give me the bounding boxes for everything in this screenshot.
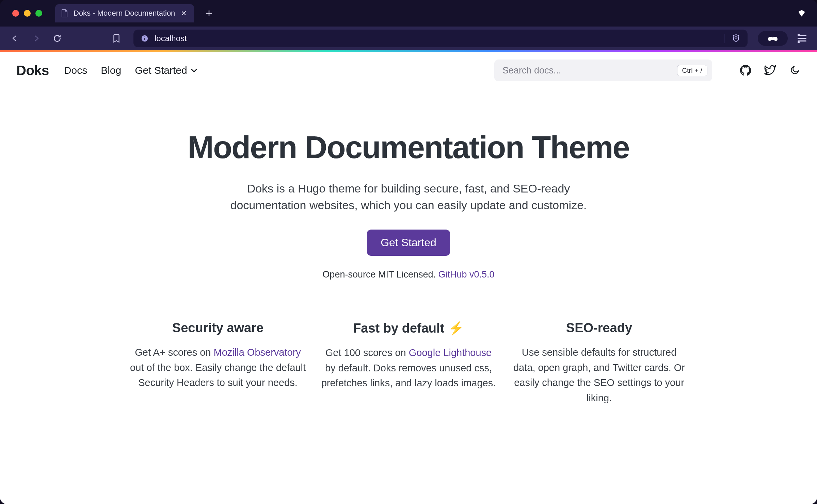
nav-get-started-label: Get Started [135, 65, 187, 76]
feature-body: Use sensible defaults for structured dat… [510, 345, 688, 406]
window-close-button[interactable] [12, 10, 19, 17]
tab-title: Doks - Modern Documentation [74, 9, 175, 18]
page-file-icon [61, 9, 69, 17]
addr-divider [724, 34, 724, 43]
feature-security: Security aware Get A+ scores on Mozilla … [123, 321, 313, 406]
features: Security aware Get A+ scores on Mozilla … [34, 293, 783, 426]
nav-docs[interactable]: Docs [64, 65, 87, 76]
svg-rect-2 [144, 37, 145, 37]
page-content: Doks Docs Blog Get Started Search docs..… [0, 52, 817, 504]
nav-get-started[interactable]: Get Started [135, 65, 197, 76]
browser-menu-button[interactable] [795, 32, 809, 45]
twitter-icon[interactable] [764, 64, 776, 77]
search-shortcut: Ctrl + / [677, 65, 707, 76]
brave-shields-icon[interactable] [731, 34, 741, 43]
feature-fast: Fast by default ⚡️ Get 100 scores on Goo… [313, 321, 504, 406]
hero-meta: Open-source MIT Licensed. GitHub v0.5.0 [20, 269, 797, 280]
svg-rect-1 [144, 38, 145, 40]
window-controls [12, 10, 42, 17]
site-info-icon[interactable] [140, 34, 149, 43]
feature-body-post: by default. Doks removes unused css, pre… [321, 363, 496, 389]
hero-title: Modern Documentation Theme [20, 130, 797, 165]
feature-link[interactable]: Google Lighthouse [409, 347, 492, 358]
brave-rewards-icon[interactable] [797, 8, 807, 18]
feature-body: Get A+ scores on Mozilla Observatory out… [129, 345, 307, 391]
get-started-button[interactable]: Get Started [367, 230, 450, 256]
search-input[interactable]: Search docs... Ctrl + / [494, 60, 712, 81]
feature-title: Fast by default ⚡️ [319, 321, 498, 336]
feature-title: SEO-ready [510, 321, 688, 335]
nav-forward-button[interactable] [29, 32, 43, 45]
nav-blog[interactable]: Blog [101, 65, 121, 76]
reload-button[interactable] [50, 32, 64, 45]
bookmark-button[interactable] [110, 32, 123, 45]
browser-window: Doks - Modern Documentation [0, 0, 817, 504]
window-maximize-button[interactable] [35, 10, 42, 17]
tab-strip: Doks - Modern Documentation [0, 0, 817, 27]
svg-rect-6 [798, 35, 806, 36]
url-text: localhost [155, 34, 187, 43]
new-tab-button[interactable] [202, 6, 216, 20]
browser-toolbar: localhost [0, 27, 817, 50]
theme-toggle-icon[interactable] [788, 64, 801, 77]
browser-tab[interactable]: Doks - Modern Documentation [55, 4, 194, 22]
hero-lead: Doks is a Hugo theme for building secure… [208, 180, 609, 214]
hero-meta-link[interactable]: GitHub v0.5.0 [438, 269, 495, 280]
window-minimize-button[interactable] [24, 10, 31, 17]
feature-body-pre: Get A+ scores on [135, 347, 213, 358]
private-mode-indicator[interactable] [758, 31, 788, 46]
chevron-down-icon [191, 68, 197, 73]
hero: Modern Documentation Theme Doks is a Hug… [0, 89, 817, 293]
feature-body-post: out of the box. Easily change the defaul… [130, 362, 306, 388]
search-placeholder: Search docs... [502, 65, 561, 76]
svg-rect-8 [798, 40, 806, 41]
svg-rect-7 [798, 38, 806, 39]
nav-back-button[interactable] [8, 32, 22, 45]
feature-body: Get 100 scores on Google Lighthouse by d… [319, 345, 498, 391]
tab-close-button[interactable] [180, 9, 188, 17]
hero-meta-prefix: Open-source MIT Licensed. [322, 269, 438, 280]
feature-title: Security aware [129, 321, 307, 335]
feature-seo: SEO-ready Use sensible defaults for stru… [504, 321, 694, 406]
site-brand[interactable]: Doks [16, 63, 49, 78]
feature-body-post: Use sensible defaults for structured dat… [513, 347, 685, 404]
site-header: Doks Docs Blog Get Started Search docs..… [0, 52, 817, 89]
address-bar[interactable]: localhost [133, 30, 748, 47]
github-icon[interactable] [739, 64, 752, 77]
feature-body-pre: Get 100 scores on [325, 347, 409, 358]
header-icons [739, 64, 801, 77]
feature-link[interactable]: Mozilla Observatory [214, 347, 301, 358]
site-nav: Docs Blog Get Started [64, 65, 197, 76]
